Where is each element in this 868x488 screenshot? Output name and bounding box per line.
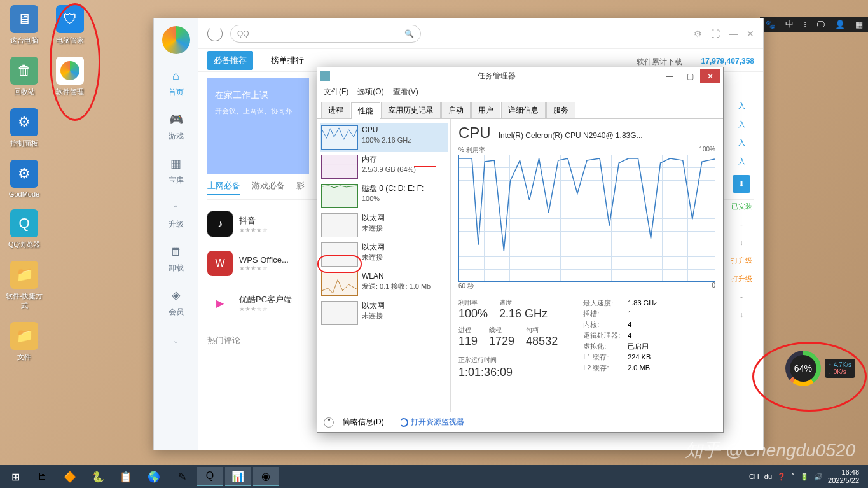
resource-monitor-link[interactable]: 打开资源监视器 xyxy=(411,417,464,426)
desktop-icon-pcmanager[interactable]: 🛡电脑管家 xyxy=(51,5,89,45)
sidebar-item-games[interactable]: 🎮游戏 xyxy=(157,111,195,142)
banner-subtitle: 开会议、上网课、协同办 xyxy=(215,106,301,116)
swmgr-topbar: QQ🔍 ⚙ ⛶ — ✕ xyxy=(198,18,763,49)
titlebar[interactable]: 任务管理器 — ▢ ✕ xyxy=(317,67,723,85)
window-title: 任务管理器 xyxy=(334,71,659,81)
tab-performance[interactable]: 性能 xyxy=(351,102,380,119)
taskbar-app[interactable]: 🔶 xyxy=(57,467,83,486)
tray-icon[interactable]: du xyxy=(764,473,772,480)
uptime: 1:01:36:09 xyxy=(458,366,558,379)
minimize-button[interactable]: — xyxy=(729,29,738,39)
tab-apphistory[interactable]: 应用历史记录 xyxy=(381,102,441,118)
sidebar-item-vip[interactable]: ◈会员 xyxy=(157,286,195,317)
sidebar-item-uninstall[interactable]: 🗑卸载 xyxy=(157,242,195,274)
menu-file[interactable]: 文件(F) xyxy=(324,87,348,97)
system-tray: CH du ❓ ˄ 🔋 🔊 16:48 2022/5/22 xyxy=(749,468,864,485)
menu-view[interactable]: 查看(V) xyxy=(393,87,418,97)
search-placeholder: QQ xyxy=(237,29,249,38)
desktop-icon-files[interactable]: 📁文件 xyxy=(5,322,43,362)
trash-icon: 🗑 xyxy=(167,242,185,260)
ime-indicator[interactable]: CH xyxy=(749,473,759,480)
usage-percent: 64% xyxy=(790,355,816,382)
battery-icon[interactable]: 🔋 xyxy=(800,473,809,481)
volume-icon[interactable]: 🔊 xyxy=(814,473,823,481)
brief-info-link[interactable]: 简略信息(D) xyxy=(343,417,384,428)
collapse-button[interactable]: ˅ xyxy=(324,417,334,428)
tab-services[interactable]: 服务 xyxy=(546,102,575,118)
ime-keyboard-icon[interactable]: 🖵 xyxy=(816,20,825,29)
tab-startup[interactable]: 启动 xyxy=(441,102,471,118)
desktop-icon-swmanager[interactable]: 软件管理 xyxy=(51,57,89,97)
reload-button[interactable] xyxy=(207,26,223,41)
desktop-icon-this-pc[interactable]: 🖥这台电脑 xyxy=(5,5,43,45)
settings-icon[interactable]: ⚙ xyxy=(694,29,702,39)
subtab-internet[interactable]: 上网必备 xyxy=(207,180,240,195)
sidebar-item-home[interactable]: ⌂首页 xyxy=(157,67,195,98)
taskbar-app[interactable]: 🌎 xyxy=(141,467,167,486)
tray-icon[interactable]: ❓ xyxy=(777,473,786,481)
desktop-icon-godmode[interactable]: ⚙GodMode xyxy=(5,160,43,198)
perf-item-wlan[interactable]: WLAN发送: 0.1 接收: 1.0 Mb xyxy=(320,269,448,298)
tab-recommended[interactable]: 必备推荐 xyxy=(207,51,253,70)
banner-title: 在家工作上课 xyxy=(215,90,301,101)
perf-item-disk[interactable]: 磁盘 0 (C: D: E: F:100% xyxy=(320,181,448,211)
annotation-memory-line xyxy=(414,166,436,167)
tab-users[interactable]: 用户 xyxy=(471,102,500,118)
ime-grid-icon[interactable]: ▦ xyxy=(855,20,863,29)
download-stats: 软件累计下载 17,979,407,358 xyxy=(637,57,754,67)
taskbar-app[interactable]: 📋 xyxy=(113,467,139,486)
game-icon: 🎮 xyxy=(167,111,185,129)
menubar: 文件(F) 选项(O) 查看(V) xyxy=(317,85,723,99)
close-button[interactable]: ✕ xyxy=(700,69,720,83)
promo-banner[interactable]: 在家工作上课 开会议、上网课、协同办 xyxy=(207,78,309,174)
cpu-utilization: 100% xyxy=(458,307,488,321)
taskbar-app[interactable]: ✎ xyxy=(169,467,195,486)
taskbar-clock[interactable]: 16:48 2022/5/22 xyxy=(828,468,859,485)
ime-status-bar[interactable]: 🐾 中 ⁝ 🖵 👤 ▦ xyxy=(760,17,868,32)
close-button[interactable]: ✕ xyxy=(747,29,754,39)
usage-ring: 64% xyxy=(785,351,821,386)
desktop-icon-control-panel[interactable]: ⚙控制面板 xyxy=(5,108,43,148)
desktop-icon-recycle[interactable]: 🗑回收站 xyxy=(5,57,43,97)
perf-item-ethernet[interactable]: 以太网未连接 xyxy=(320,298,448,328)
tab-details[interactable]: 详细信息 xyxy=(501,102,546,118)
subtab-video[interactable]: 影 xyxy=(296,180,305,195)
menu-options[interactable]: 选项(O) xyxy=(357,87,383,97)
right-action-list: 入 入 入 入 ⬇ 已安装 - ↓ 打升级 打升级 - ↓ xyxy=(729,101,754,319)
desktop-icon-qqbrowser[interactable]: QQQ浏览器 xyxy=(5,209,43,249)
download-icon[interactable]: ⬇ xyxy=(733,175,750,193)
download-icon: ↓ xyxy=(167,330,185,348)
taskbar-taskmgr[interactable]: 📊 xyxy=(225,467,251,486)
system-monitor-widget[interactable]: 64% ↑ 4.7K/s ↓ 0K/s xyxy=(785,351,855,386)
ime-lang[interactable]: 中 xyxy=(785,18,794,30)
ime-punct[interactable]: ⁝ xyxy=(804,20,806,29)
tab-processes[interactable]: 进程 xyxy=(321,102,350,118)
perf-item-ethernet[interactable]: 以太网未连接 xyxy=(320,211,448,240)
perf-item-cpu[interactable]: CPU100% 2.16 GHz xyxy=(320,123,448,152)
search-icon[interactable]: 🔍 xyxy=(404,29,414,38)
ime-user-icon[interactable]: 👤 xyxy=(835,20,845,29)
cpu-title: CPU xyxy=(458,124,491,142)
pin-icon[interactable]: ⛶ xyxy=(711,29,720,39)
annotation-util xyxy=(317,255,362,273)
taskbar-app[interactable]: 🖥 xyxy=(29,467,55,486)
sidebar-item-store[interactable]: ▦宝库 xyxy=(157,155,195,186)
desktop-icon-shortcut[interactable]: 📁软件-快捷方式 xyxy=(5,261,43,310)
tray-chevron[interactable]: ˄ xyxy=(791,473,795,481)
taskbar-app[interactable]: 🐍 xyxy=(85,467,111,486)
ime-icon[interactable]: 🐾 xyxy=(765,20,775,29)
sidebar-item-download[interactable]: ↓ xyxy=(157,330,195,351)
minimize-button[interactable]: — xyxy=(659,69,680,83)
search-input[interactable]: QQ🔍 xyxy=(230,25,421,43)
handle-count: 48532 xyxy=(526,335,558,348)
upgrade-icon: ↑ xyxy=(167,199,185,216)
subtab-games[interactable]: 游戏必备 xyxy=(252,180,285,195)
task-manager-footer: ˅ 简略信息(D) 打开资源监视器 xyxy=(317,412,723,432)
taskbar-app[interactable]: Q xyxy=(197,467,223,486)
app-icon xyxy=(320,71,330,81)
taskbar-swmgr[interactable]: ◉ xyxy=(253,467,279,486)
tab-rankings[interactable]: 榜单排行 xyxy=(265,51,310,70)
sidebar-item-upgrade[interactable]: ↑升级 xyxy=(157,199,195,230)
maximize-button[interactable]: ▢ xyxy=(680,69,700,83)
start-button[interactable]: ⊞ xyxy=(4,467,27,486)
